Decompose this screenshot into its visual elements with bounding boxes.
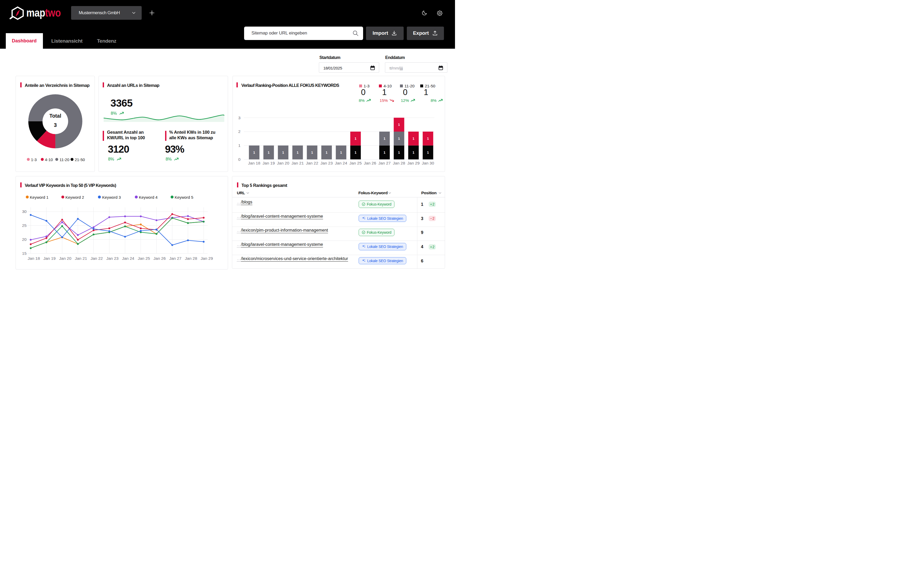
svg-text:Jan 21: Jan 21 xyxy=(75,256,87,260)
svg-text:Jan 25: Jan 25 xyxy=(349,161,362,165)
svg-text:Jan 19: Jan 19 xyxy=(262,161,275,165)
svg-text:1: 1 xyxy=(268,151,269,155)
svg-text:1: 1 xyxy=(383,151,385,155)
svg-text:Jan 25: Jan 25 xyxy=(138,256,150,260)
svg-text:Jan 23: Jan 23 xyxy=(320,161,333,165)
svg-text:Jan 26: Jan 26 xyxy=(364,161,376,165)
svg-text:1: 1 xyxy=(296,151,298,155)
svg-text:Jan 23: Jan 23 xyxy=(107,256,119,260)
svg-text:1: 1 xyxy=(253,151,255,155)
svg-text:30: 30 xyxy=(22,209,27,214)
svg-text:3: 3 xyxy=(238,116,241,120)
svg-text:Jan 22: Jan 22 xyxy=(306,161,318,165)
svg-text:25: 25 xyxy=(22,223,27,228)
svg-text:Jan 29: Jan 29 xyxy=(200,256,213,260)
svg-text:1: 1 xyxy=(398,123,400,127)
svg-text:Jan 20: Jan 20 xyxy=(277,161,289,165)
svg-text:Jan 28: Jan 28 xyxy=(393,161,405,165)
svg-text:1: 1 xyxy=(354,137,356,141)
svg-text:1: 1 xyxy=(354,151,356,155)
svg-text:1: 1 xyxy=(282,151,284,155)
svg-text:Jan 27: Jan 27 xyxy=(169,256,182,260)
svg-text:1: 1 xyxy=(238,143,241,148)
svg-text:1: 1 xyxy=(427,137,429,141)
svg-text:1: 1 xyxy=(412,137,414,141)
svg-text:20: 20 xyxy=(22,237,27,242)
svg-text:Jan 28: Jan 28 xyxy=(185,256,197,260)
svg-text:1: 1 xyxy=(383,137,385,141)
svg-text:0: 0 xyxy=(238,157,241,162)
svg-text:Jan 24: Jan 24 xyxy=(122,256,134,260)
svg-text:Jan 18: Jan 18 xyxy=(27,256,40,260)
svg-text:Jan 21: Jan 21 xyxy=(291,161,304,165)
svg-text:Jan 19: Jan 19 xyxy=(44,256,56,260)
svg-text:2: 2 xyxy=(238,129,241,134)
svg-text:Jan 20: Jan 20 xyxy=(59,256,72,260)
svg-text:1: 1 xyxy=(427,151,429,155)
svg-text:Jan 29: Jan 29 xyxy=(407,161,420,165)
svg-text:Jan 30: Jan 30 xyxy=(422,161,434,165)
svg-text:1: 1 xyxy=(311,151,313,155)
svg-text:Jan 18: Jan 18 xyxy=(248,161,260,165)
svg-text:1: 1 xyxy=(398,151,400,155)
svg-text:Jan 24: Jan 24 xyxy=(335,161,347,165)
svg-text:1: 1 xyxy=(398,137,400,141)
svg-text:Jan 27: Jan 27 xyxy=(378,161,391,165)
svg-text:15: 15 xyxy=(22,251,27,255)
svg-text:1: 1 xyxy=(325,151,327,155)
svg-text:Jan 26: Jan 26 xyxy=(154,256,166,260)
svg-text:Jan 22: Jan 22 xyxy=(91,256,103,260)
svg-text:1: 1 xyxy=(340,151,342,155)
svg-text:1: 1 xyxy=(412,151,414,155)
